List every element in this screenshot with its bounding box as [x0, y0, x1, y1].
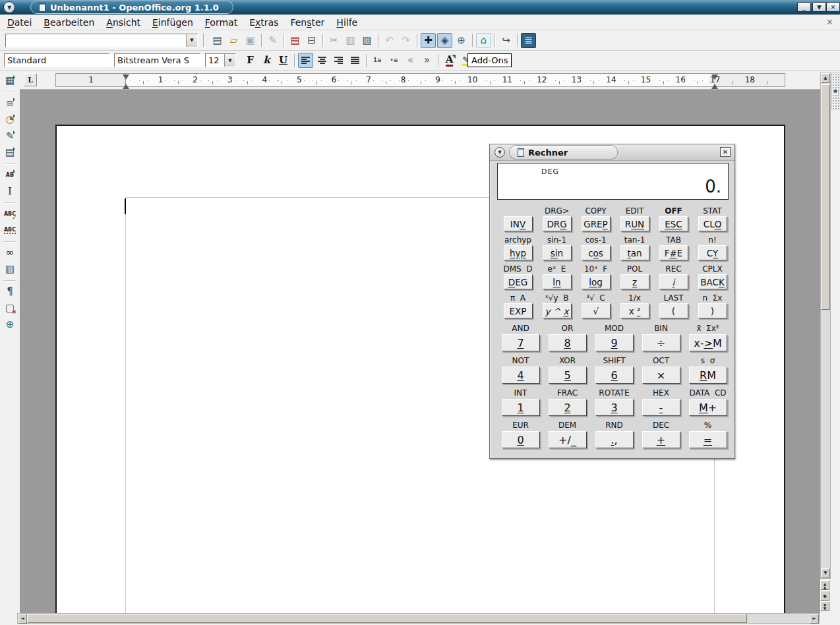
calc-key[interactable]: × — [642, 367, 680, 384]
maximize-button[interactable]: ▼ — [812, 2, 826, 12]
calc-key[interactable]: 2 — [549, 399, 587, 416]
previous-page-button[interactable]: ▲▲ — [820, 580, 829, 590]
bold-icon[interactable]: F — [243, 53, 258, 68]
online-layout-icon[interactable]: ⊕ — [3, 317, 18, 332]
calc-key[interactable]: z — [620, 274, 649, 289]
data-sources-icon[interactable]: ▥ — [3, 262, 18, 277]
calc-key[interactable]: = — [689, 431, 727, 448]
nonprinting-chars-icon[interactable]: ¶ — [3, 284, 18, 299]
calc-key[interactable]: BACK — [698, 274, 727, 289]
horizontal-scrollbar[interactable]: ◄ ► — [17, 613, 820, 624]
calc-key[interactable]: M+ — [689, 399, 727, 416]
calc-key[interactable]: sin — [543, 245, 572, 260]
calc-key[interactable]: x ² — [620, 303, 649, 318]
menu-hilfe[interactable]: Hilfe — [330, 16, 363, 29]
calc-key[interactable]: 9 — [595, 334, 634, 351]
calc-key[interactable]: INV — [504, 216, 533, 231]
print-icon[interactable]: ⊟ — [304, 33, 319, 48]
undo-icon[interactable]: ↶ — [382, 33, 397, 48]
horizontal-ruler[interactable]: 1123456789101112131415161718 — [55, 73, 785, 87]
calculator-titlebar[interactable]: ▼ Rechner ✕ — [490, 144, 735, 161]
calc-key[interactable]: x->M — [689, 334, 727, 351]
align-left-icon[interactable] — [298, 53, 313, 68]
align-justify-icon[interactable] — [347, 53, 363, 68]
vertical-scrollbar[interactable]: ▲ ▼ — [820, 73, 831, 579]
minimize-button[interactable]: _ — [797, 2, 811, 12]
insert-table-icon[interactable]: ▦ — [3, 73, 18, 88]
calculator-title-pill[interactable]: Rechner — [510, 146, 617, 159]
calc-key[interactable]: 1 — [502, 399, 540, 416]
direct-cursor-icon[interactable]: I — [3, 184, 18, 199]
calc-key[interactable]: tan — [620, 245, 649, 260]
menu-fenster[interactable]: Fenster — [284, 16, 330, 29]
font-color-icon[interactable]: A — [442, 53, 457, 68]
calc-key[interactable]: DEG — [504, 274, 533, 289]
scroll-up-button[interactable]: ▲ — [821, 73, 830, 83]
calc-key[interactable]: + — [642, 431, 680, 448]
calc-key[interactable]: ., — [595, 431, 634, 448]
bullet-list-icon[interactable]: •≡ — [386, 53, 402, 68]
window-titlebar[interactable]: ▼ Unbenannt1 - OpenOffice.org 1.1.0 _ ▼ … — [0, 0, 840, 15]
insert-object-icon[interactable]: ◔ — [3, 112, 18, 127]
calc-key[interactable]: RM — [689, 367, 727, 384]
calc-key[interactable]: 6 — [595, 367, 634, 384]
calculator-close-button[interactable]: ✕ — [720, 147, 731, 157]
calc-key[interactable]: GREP — [582, 216, 611, 231]
calc-key[interactable]: CY — [698, 245, 727, 260]
scroll-down-button[interactable]: ▼ — [821, 568, 830, 578]
calc-key[interactable]: 8 — [549, 334, 587, 351]
calc-key[interactable]: 0 — [502, 431, 540, 448]
menu-ansicht[interactable]: Ansicht — [100, 16, 146, 29]
redo-icon[interactable]: ↷ — [398, 33, 413, 48]
next-page-button[interactable]: ▼▼ — [820, 601, 829, 611]
calc-key[interactable]: 5 — [549, 367, 587, 384]
menu-datei[interactable]: Datei — [1, 16, 38, 29]
images-onoff-icon[interactable]: ▢× — [3, 301, 18, 316]
calc-key[interactable]: ) — [698, 303, 727, 318]
open-icon[interactable]: ▱ — [226, 33, 241, 48]
calc-key[interactable]: 4 — [502, 367, 540, 384]
scroll-right-button[interactable]: ► — [810, 614, 819, 624]
vertical-scrollbar-thumb[interactable] — [821, 84, 830, 310]
add-ons-icon[interactable]: ≣ — [521, 33, 536, 48]
cut-icon[interactable]: ✂ — [326, 33, 342, 48]
calc-key[interactable]: hyp — [504, 245, 533, 260]
calc-key[interactable]: CLO — [698, 216, 727, 231]
autopilot-icon[interactable]: ↪ — [498, 33, 514, 48]
copy-icon[interactable]: ▥ — [343, 33, 358, 48]
navigator-icon[interactable]: ✚ — [421, 33, 436, 48]
font-size-dropdown-button[interactable]: ▼ — [224, 54, 235, 67]
navigation-button[interactable]: ● — [820, 591, 829, 601]
paste-icon[interactable]: ▧ — [359, 33, 375, 48]
horizontal-scrollbar-track[interactable] — [747, 614, 810, 623]
italic-icon[interactable]: k — [259, 53, 274, 68]
hyperlink-dialog-icon[interactable]: ⊕ — [454, 33, 469, 48]
insert-fields-icon[interactable]: ≡ — [3, 96, 18, 111]
right-dock-handle[interactable]: ● — [831, 73, 839, 109]
calc-key[interactable]: +/_ — [549, 431, 587, 448]
calc-key[interactable]: cos — [582, 245, 611, 260]
window-menu-button[interactable]: ▼ — [3, 1, 15, 13]
calc-key[interactable]: ÷ — [642, 334, 680, 351]
menu-extras[interactable]: Extras — [243, 16, 284, 29]
calculator-menu-button[interactable]: ▼ — [495, 147, 505, 158]
underline-icon[interactable]: U — [276, 53, 291, 68]
menu-bearbeiten[interactable]: Bearbeiten — [38, 16, 100, 29]
gallery-icon[interactable]: ⌂ — [476, 33, 491, 48]
calc-key[interactable]: RUN — [620, 216, 649, 231]
calc-key[interactable]: log — [582, 274, 611, 289]
font-size-input[interactable] — [206, 54, 224, 67]
ordered-list-icon[interactable]: 1≡ — [370, 53, 385, 68]
autotext-icon[interactable]: AB — [3, 167, 18, 183]
horizontal-scrollbar-thumb[interactable] — [27, 614, 747, 623]
menu-einfuegen[interactable]: Einfügen — [146, 16, 199, 29]
autospellcheck-icon[interactable]: ABC — [3, 223, 18, 238]
url-dropdown-button[interactable]: ▼ — [186, 34, 197, 47]
calc-key[interactable]: i — [659, 274, 688, 289]
menu-format[interactable]: Format — [199, 16, 243, 29]
calc-key[interactable]: 7 — [502, 334, 540, 351]
stylist-icon[interactable]: ◈ — [437, 33, 452, 48]
calc-key[interactable]: ln — [543, 274, 572, 289]
calc-key[interactable]: - — [642, 399, 680, 416]
window-title-pill[interactable]: Unbenannt1 - OpenOffice.org 1.1.0 — [30, 1, 233, 14]
